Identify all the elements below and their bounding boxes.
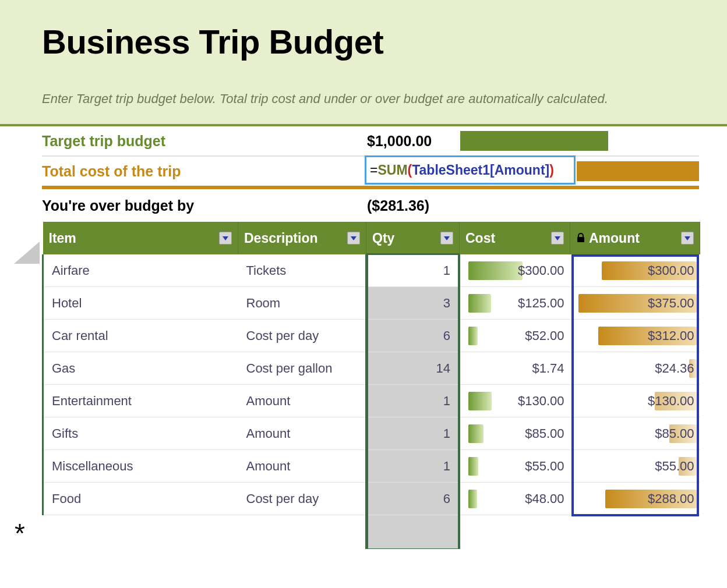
cell-empty[interactable] (43, 515, 238, 550)
cell-qty[interactable]: 1 (366, 254, 460, 287)
cell-empty[interactable] (238, 515, 366, 550)
cell-qty[interactable]: 1 (366, 450, 460, 483)
table-row[interactable]: MiscellaneousAmount1$55.00$55.00 (43, 450, 700, 483)
cost-value: $48.00 (525, 491, 564, 506)
formula-equals: = (370, 162, 377, 178)
svg-marker-0 (223, 236, 228, 240)
cell-item[interactable]: Gifts (43, 417, 238, 450)
cell-amount[interactable]: $312.00 (570, 320, 700, 352)
cell-qty[interactable]: 6 (366, 320, 460, 352)
cost-value: $1.74 (532, 361, 564, 376)
over-budget-value: ($281.36) (367, 189, 460, 222)
target-budget-label: Target trip budget (42, 126, 367, 155)
col-header-amount[interactable]: Amount (570, 222, 700, 254)
cell-empty[interactable] (570, 515, 700, 550)
formula-reference: TableSheet1[Amount] (412, 162, 549, 178)
new-row-marker[interactable]: * (2, 520, 37, 547)
filter-button-cost[interactable] (551, 232, 564, 245)
cell-amount[interactable]: $24.36 (570, 352, 700, 385)
amount-value: $288.00 (648, 491, 694, 506)
cell-description[interactable]: Room (238, 287, 366, 320)
cost-databar (468, 490, 477, 508)
cell-qty[interactable]: 3 (366, 287, 460, 320)
target-budget-value[interactable]: $1,000.00 (367, 126, 460, 155)
cost-value: $55.00 (525, 459, 564, 474)
cost-databar (468, 294, 491, 313)
table-row-empty[interactable] (43, 515, 700, 550)
cell-item[interactable]: Entertainment (43, 385, 238, 417)
table-row[interactable]: GasCost per gallon14$1.74$24.36 (43, 352, 700, 385)
cost-databar (468, 457, 478, 476)
table-row[interactable]: FoodCost per day6$48.00$288.00 (43, 483, 700, 515)
cell-description[interactable]: Cost per gallon (238, 352, 366, 385)
amount-value: $85.00 (655, 426, 694, 441)
cost-databar (468, 261, 523, 280)
cell-item[interactable]: Car rental (43, 320, 238, 352)
cell-item[interactable]: Gas (43, 352, 238, 385)
col-header-qty[interactable]: Qty (366, 222, 460, 254)
col-header-cost-label: Cost (465, 231, 495, 246)
cell-description[interactable]: Cost per day (238, 483, 366, 515)
filter-button-description[interactable] (347, 232, 360, 245)
table-body: AirfareTickets1$300.00$300.00HotelRoom3$… (43, 254, 700, 549)
table-row[interactable]: EntertainmentAmount1$130.00$130.00 (43, 385, 700, 417)
spreadsheet-template: Business Trip Budget Enter Target trip b… (0, 0, 727, 549)
filter-button-qty[interactable] (440, 232, 453, 245)
table-row[interactable]: Car rentalCost per day6$52.00$312.00 (43, 320, 700, 352)
cell-cost[interactable]: $55.00 (460, 450, 570, 483)
cell-description[interactable]: Amount (238, 385, 366, 417)
cell-qty[interactable]: 6 (366, 483, 460, 515)
cell-item[interactable]: Food (43, 483, 238, 515)
cell-amount[interactable]: $288.00 (570, 483, 700, 515)
cell-amount[interactable]: $130.00 (570, 385, 700, 417)
table-header-row: Item Description Qty Cost Amount (43, 222, 700, 254)
cell-description[interactable]: Cost per day (238, 320, 366, 352)
cell-cost[interactable]: $130.00 (460, 385, 570, 417)
cell-item[interactable]: Miscellaneous (43, 450, 238, 483)
cell-description[interactable]: Tickets (238, 254, 366, 287)
cell-item[interactable]: Airfare (43, 254, 238, 287)
cell-qty[interactable]: 1 (366, 417, 460, 450)
cell-cost[interactable]: $1.74 (460, 352, 570, 385)
target-budget-bar-cell (460, 126, 699, 155)
cost-value: $125.00 (518, 296, 564, 311)
col-header-description[interactable]: Description (238, 222, 366, 254)
cell-amount[interactable]: $300.00 (570, 254, 700, 287)
cell-description[interactable]: Amount (238, 450, 366, 483)
cell-amount[interactable]: $85.00 (570, 417, 700, 450)
col-header-cost[interactable]: Cost (460, 222, 570, 254)
cost-databar (468, 327, 478, 345)
cell-qty-empty[interactable] (366, 515, 460, 550)
cost-value: $130.00 (518, 394, 564, 409)
cell-amount[interactable]: $55.00 (570, 450, 700, 483)
cell-qty[interactable]: 1 (366, 385, 460, 417)
col-header-item[interactable]: Item (43, 222, 238, 254)
cell-empty[interactable] (460, 515, 570, 550)
amount-value: $130.00 (648, 394, 694, 409)
cell-item[interactable]: Hotel (43, 287, 238, 320)
page-subtitle: Enter Target trip budget below. Total tr… (42, 91, 727, 107)
cell-qty[interactable]: 14 (366, 352, 460, 385)
cell-description[interactable]: Amount (238, 417, 366, 450)
total-cost-value-cell[interactable]: =SUM(TableSheet1[Amount]) (367, 157, 460, 186)
page-title: Business Trip Budget (42, 22, 727, 61)
cost-value: $52.00 (525, 328, 564, 343)
svg-marker-5 (684, 236, 690, 240)
filter-button-item[interactable] (219, 232, 232, 245)
cell-cost[interactable]: $125.00 (460, 287, 570, 320)
row-select-icon (14, 242, 40, 264)
filter-button-amount[interactable] (681, 232, 694, 245)
formula-editor[interactable]: =SUM(TableSheet1[Amount]) (365, 155, 576, 185)
cell-cost[interactable]: $48.00 (460, 483, 570, 515)
amount-value: $24.36 (655, 361, 694, 376)
cell-amount[interactable]: $375.00 (570, 287, 700, 320)
cell-cost[interactable]: $52.00 (460, 320, 570, 352)
table-row[interactable]: GiftsAmount1$85.00$85.00 (43, 417, 700, 450)
formula-close-paren: ) (549, 162, 554, 178)
expense-table[interactable]: Item Description Qty Cost Amount Airfare… (42, 222, 700, 549)
cell-cost[interactable]: $300.00 (460, 254, 570, 287)
summary-section: Target trip budget $1,000.00 Total cost … (42, 126, 699, 222)
table-row[interactable]: AirfareTickets1$300.00$300.00 (43, 254, 700, 287)
table-row[interactable]: HotelRoom3$125.00$375.00 (43, 287, 700, 320)
cell-cost[interactable]: $85.00 (460, 417, 570, 450)
